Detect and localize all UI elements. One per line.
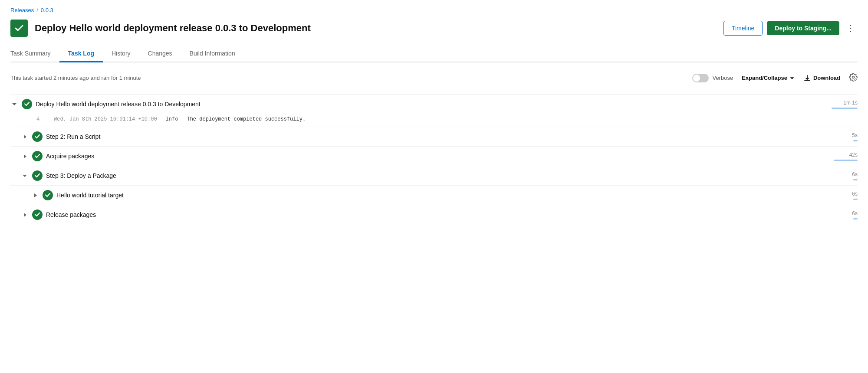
tabs: Task Summary Task Log History Changes Bu…: [10, 46, 858, 62]
download-label: Download: [813, 75, 840, 81]
bar-hello-world: [853, 199, 858, 200]
chevron-collapsed-hello-world[interactable]: [31, 191, 39, 199]
time-bar-hello-world: 6s: [823, 191, 858, 200]
tab-changes[interactable]: Changes: [139, 46, 181, 62]
breadcrumb-current[interactable]: 0.0.3: [41, 7, 53, 13]
log-row-root: Deploy Hello world deployment release 0.…: [10, 95, 858, 114]
chevron-expanded-step3[interactable]: [21, 172, 29, 180]
more-icon: ⋮: [846, 23, 855, 33]
log-row-step3: Step 3: Deploy a Package 6s: [10, 166, 858, 185]
status-success-step2: [32, 131, 43, 142]
time-label-hello-world: 6s: [852, 191, 858, 197]
download-button[interactable]: Download: [804, 75, 840, 82]
log-detail-msg: The deployment completed successfully.: [187, 116, 306, 122]
time-label-release-packages: 6s: [852, 210, 858, 216]
more-options-button[interactable]: ⋮: [844, 21, 858, 35]
chevron-collapsed-release-packages[interactable]: [21, 211, 29, 219]
bar-step3: [853, 179, 858, 180]
chevron-collapsed-step2[interactable]: [21, 133, 29, 141]
settings-button[interactable]: [849, 73, 858, 83]
time-bar-step3: 6s: [823, 171, 858, 180]
log-label-acquire: Acquire packages: [46, 153, 819, 160]
breadcrumb: Releases / 0.0.3: [10, 7, 858, 13]
log-row-acquire: Acquire packages 42s: [10, 147, 858, 166]
log-item-root: Deploy Hello world deployment release 0.…: [10, 94, 858, 127]
log-tree: Deploy Hello world deployment release 0.…: [10, 94, 858, 224]
log-row-step2: Step 2: Run a Script 5s: [10, 127, 858, 146]
log-detail-num: 4: [36, 116, 45, 122]
log-item-hello-world: Hello world tutorial target 6s: [10, 185, 858, 205]
status-success-root: [22, 99, 32, 109]
time-bar-release-packages: 6s: [823, 210, 858, 219]
log-detail-root: 4 Wed, Jan 8th 2025 16:01:14 +10:00 Info…: [10, 114, 858, 127]
verbose-toggle-group: Verbose: [692, 74, 733, 82]
status-success-step3: [32, 170, 43, 181]
toolbar-right: Verbose Expand/Collapse Download: [692, 73, 858, 83]
time-label-step3: 6s: [852, 171, 858, 177]
bar-step2: [853, 140, 858, 141]
log-label-release-packages: Release packages: [46, 211, 819, 218]
expand-collapse-button[interactable]: Expand/Collapse: [742, 75, 795, 81]
task-info: This task started 2 minutes ago and ran …: [10, 75, 141, 81]
time-bar-acquire: 42s: [823, 152, 858, 161]
chevron-expanded-root[interactable]: [10, 100, 18, 108]
svg-point-0: [852, 76, 855, 79]
status-success-release-packages: [32, 209, 43, 220]
time-bar-step2: 5s: [823, 132, 858, 141]
time-label-root: 1m 1s: [843, 100, 858, 106]
verbose-label: Verbose: [712, 75, 733, 81]
log-item-step3: Step 3: Deploy a Package 6s: [10, 166, 858, 185]
page: Releases / 0.0.3 Deploy Hello world depl…: [0, 0, 868, 231]
bar-acquire: [834, 160, 858, 161]
timeline-button[interactable]: Timeline: [723, 21, 763, 36]
log-item-release-packages: Release packages 6s: [10, 205, 858, 224]
log-label-root: Deploy Hello world deployment release 0.…: [36, 101, 819, 108]
time-label-acquire: 42s: [849, 152, 858, 158]
tab-task-log[interactable]: Task Log: [59, 46, 103, 62]
expand-collapse-label: Expand/Collapse: [742, 75, 787, 81]
tab-build-information[interactable]: Build Information: [181, 46, 244, 62]
log-detail-ts: Wed, Jan 8th 2025 16:01:14 +10:00: [54, 116, 157, 122]
download-icon: [804, 75, 811, 82]
log-item-acquire: Acquire packages 42s: [10, 146, 858, 166]
status-success-acquire: [32, 151, 43, 161]
status-success-hello-world: [43, 190, 53, 200]
header-actions: Timeline Deploy to Staging... ⋮: [723, 21, 858, 36]
breadcrumb-parent[interactable]: Releases: [10, 7, 34, 13]
success-icon: [10, 20, 28, 37]
verbose-toggle[interactable]: [692, 74, 709, 82]
header-row: Deploy Hello world deployment release 0.…: [10, 20, 858, 37]
log-label-step3: Step 3: Deploy a Package: [46, 172, 819, 179]
log-item-step2: Step 2: Run a Script 5s: [10, 127, 858, 146]
log-row-release-packages: Release packages 6s: [10, 205, 858, 224]
log-detail-level: Info: [166, 116, 178, 122]
page-title: Deploy Hello world deployment release 0.…: [35, 23, 717, 34]
toolbar: This task started 2 minutes ago and ran …: [10, 69, 858, 86]
log-label-hello-world: Hello world tutorial target: [56, 192, 819, 199]
tab-task-summary[interactable]: Task Summary: [10, 46, 59, 62]
time-label-step2: 5s: [852, 132, 858, 138]
deploy-to-staging-button[interactable]: Deploy to Staging...: [767, 21, 839, 35]
log-label-step2: Step 2: Run a Script: [46, 133, 819, 140]
breadcrumb-separator: /: [36, 7, 38, 13]
time-bar-root: 1m 1s: [823, 100, 858, 109]
bar-release-packages: [853, 218, 858, 219]
chevron-collapsed-acquire[interactable]: [21, 152, 29, 160]
tab-history[interactable]: History: [103, 46, 139, 62]
bar-root: [832, 108, 858, 109]
log-row-hello-world: Hello world tutorial target 6s: [10, 186, 858, 205]
settings-icon: [849, 73, 858, 82]
